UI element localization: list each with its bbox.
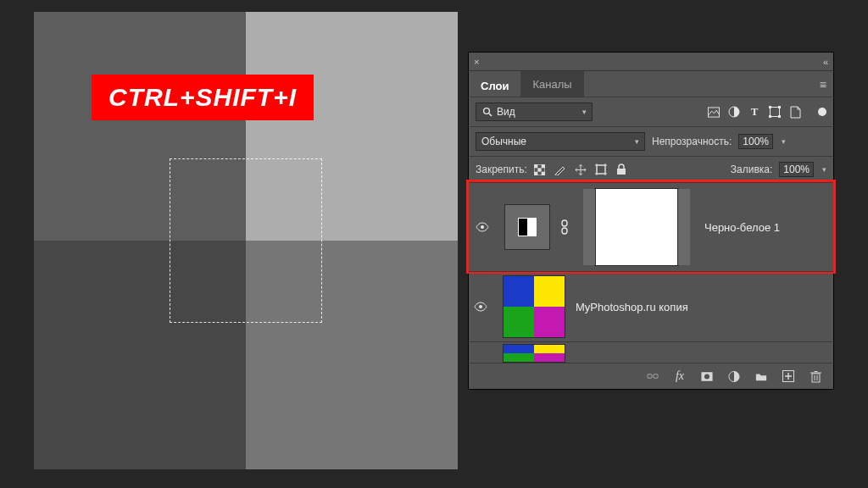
- adjust-filter-icon[interactable]: [728, 106, 740, 118]
- filter-kind-select[interactable]: Вид ▾: [476, 103, 593, 121]
- blend-row: Обычные ▾ Непрозрачность: 100% ▾: [469, 126, 833, 156]
- selection-marquee-inner: [170, 158, 322, 323]
- layer-fx-icon[interactable]: fx: [674, 370, 686, 382]
- svg-rect-4: [771, 108, 780, 117]
- svg-rect-25: [648, 374, 652, 379]
- add-adjustment-icon[interactable]: [728, 370, 740, 382]
- tab-layers[interactable]: Слои: [469, 71, 520, 97]
- lock-transparent-icon[interactable]: [534, 164, 546, 175]
- lock-all-icon[interactable]: [615, 164, 627, 175]
- chevron-down-icon: ▾: [582, 108, 587, 116]
- svg-point-0: [484, 108, 490, 114]
- layer-thumbnail[interactable]: [503, 275, 565, 338]
- layers-panel: × « Слои Каналы ≡ Вид ▾ T: [469, 53, 833, 389]
- svg-point-21: [481, 225, 484, 229]
- layer-row[interactable]: MyPhotoshop.ru копия: [469, 271, 833, 341]
- svg-rect-23: [562, 228, 567, 234]
- filter-row: Вид ▾ T: [469, 97, 833, 126]
- layer-mask-thumbnail[interactable]: [594, 188, 679, 266]
- lock-artboard-icon[interactable]: [595, 164, 607, 175]
- svg-point-24: [479, 305, 482, 308]
- bw-adjustment-icon: [518, 218, 537, 236]
- new-group-icon[interactable]: [755, 370, 767, 382]
- svg-rect-22: [562, 220, 567, 226]
- panel-titlebar[interactable]: × «: [469, 53, 833, 71]
- opacity-label: Непрозрачность:: [652, 136, 732, 147]
- collapse-icon[interactable]: «: [823, 57, 828, 67]
- blend-mode-select[interactable]: Обычные ▾: [476, 132, 645, 151]
- tab-channels[interactable]: Каналы: [520, 71, 583, 97]
- svg-rect-12: [538, 168, 542, 171]
- new-layer-icon[interactable]: [782, 370, 794, 382]
- trash-icon[interactable]: [810, 370, 821, 382]
- blend-mode-value: Обычные: [481, 136, 526, 147]
- link-layers-icon[interactable]: [647, 370, 659, 382]
- fill-label: Заливка:: [731, 164, 773, 175]
- svg-rect-10: [534, 164, 537, 168]
- svg-rect-5: [769, 106, 771, 108]
- panel-footer: fx: [469, 363, 833, 389]
- shortcut-callout: CTRL+SHIFT+I: [92, 75, 314, 120]
- opacity-value[interactable]: 100%: [738, 134, 773, 149]
- lock-position-icon[interactable]: [575, 164, 587, 175]
- layer-name[interactable]: MyPhotoshop.ru копия: [576, 301, 688, 313]
- svg-line-1: [489, 114, 492, 116]
- visibility-toggle[interactable]: [474, 302, 492, 312]
- lock-label: Закрепить:: [476, 164, 527, 175]
- search-icon: [481, 106, 493, 118]
- fill-value[interactable]: 100%: [779, 162, 814, 177]
- layer-row[interactable]: Черно-белое 1: [469, 182, 833, 271]
- panel-tabs: Слои Каналы ≡: [469, 71, 833, 97]
- svg-rect-20: [617, 169, 626, 175]
- text-filter-icon[interactable]: T: [748, 106, 760, 118]
- close-icon[interactable]: ×: [474, 57, 479, 67]
- panel-menu-icon[interactable]: ≡: [820, 78, 826, 92]
- svg-rect-33: [812, 374, 820, 382]
- layers-list: Черно-белое 1 MyPhotoshop.ru копия: [469, 182, 833, 363]
- svg-rect-7: [769, 115, 771, 118]
- filter-kind-label: Вид: [497, 106, 515, 118]
- svg-rect-8: [778, 115, 781, 118]
- svg-rect-11: [542, 164, 545, 168]
- filter-toggle-dot[interactable]: [818, 108, 826, 116]
- add-mask-icon[interactable]: [701, 370, 713, 382]
- mask-link-icon[interactable]: [560, 219, 569, 235]
- smart-filter-icon[interactable]: [789, 106, 801, 118]
- canvas-area[interactable]: CTRL+SHIFT+I: [34, 12, 458, 469]
- svg-rect-6: [778, 106, 781, 108]
- image-filter-icon[interactable]: [708, 106, 720, 118]
- layer-row[interactable]: [469, 341, 833, 363]
- svg-rect-15: [597, 165, 605, 174]
- layer-thumbnail[interactable]: [503, 344, 565, 363]
- visibility-toggle[interactable]: [476, 222, 494, 232]
- chevron-down-icon: ▾: [635, 137, 639, 146]
- layer-name[interactable]: Черно-белое 1: [704, 221, 780, 234]
- svg-point-28: [704, 374, 709, 379]
- lock-row: Закрепить: Заливка: 100% ▾: [469, 156, 833, 182]
- svg-rect-26: [654, 374, 658, 379]
- shape-filter-icon[interactable]: [769, 106, 781, 118]
- svg-rect-14: [542, 171, 545, 175]
- adjustment-thumbnail[interactable]: [504, 204, 550, 250]
- svg-rect-13: [534, 171, 537, 175]
- lock-pixels-icon[interactable]: [554, 164, 566, 175]
- fill-stepper[interactable]: ▾: [822, 165, 826, 174]
- opacity-stepper[interactable]: ▾: [782, 137, 786, 146]
